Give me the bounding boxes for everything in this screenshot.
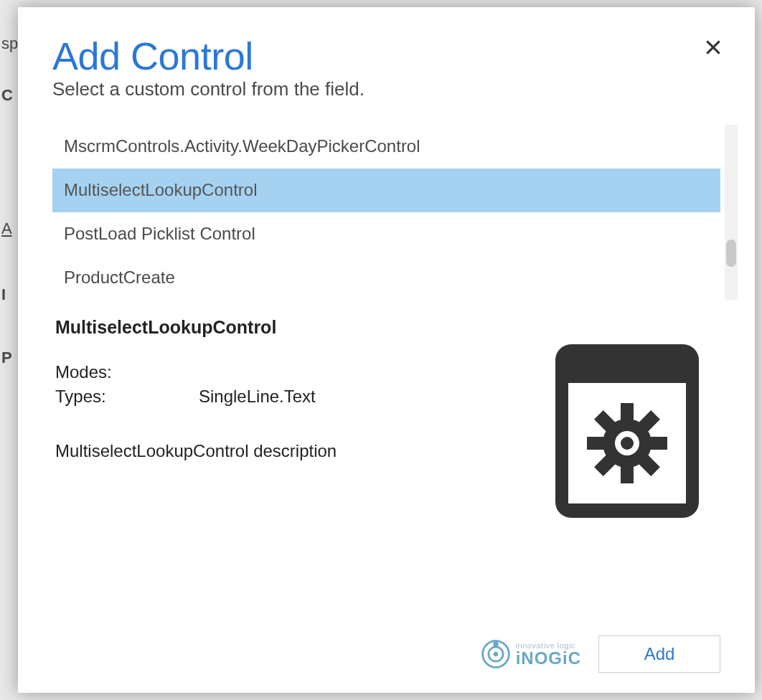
brand-name: iNOGiC	[516, 650, 581, 667]
add-button[interactable]: Add	[598, 635, 720, 673]
bg-fragment: A	[1, 219, 12, 238]
svg-point-17	[493, 642, 498, 647]
selected-control-name: MultiselectLookupControl	[55, 317, 505, 338]
brand-logo-icon	[480, 638, 512, 670]
add-control-dialog: Add Control Select a custom control from…	[18, 7, 755, 693]
bg-fragment: I	[1, 285, 6, 304]
svg-rect-6	[621, 466, 634, 483]
bg-fragment: C	[1, 86, 13, 105]
dialog-title: Add Control	[52, 36, 720, 77]
close-icon	[704, 38, 723, 57]
bg-fragment: sp	[1, 34, 18, 53]
svg-point-18	[493, 652, 497, 656]
control-description: MultiselectLookupControl description	[55, 441, 505, 461]
list-item[interactable]: ProductCreate	[52, 256, 720, 300]
svg-rect-8	[650, 437, 667, 450]
dialog-header: Add Control Select a custom control from…	[52, 36, 720, 100]
scrollbar-track[interactable]	[725, 125, 738, 300]
types-row: Types: SingleLine.Text	[55, 387, 505, 407]
control-details: MultiselectLookupControl Modes: Types: S…	[52, 317, 720, 521]
svg-rect-5	[621, 403, 634, 420]
svg-point-14	[621, 437, 634, 450]
details-text: MultiselectLookupControl Modes: Types: S…	[52, 317, 505, 521]
control-list[interactable]: MscrmControls.Activity.WeekDayPickerCont…	[52, 125, 720, 300]
bg-fragment: P	[1, 349, 12, 367]
dialog-subtitle: Select a custom control from the field.	[52, 78, 720, 100]
control-list-wrap: MscrmControls.Activity.WeekDayPickerCont…	[52, 125, 720, 300]
brand-watermark: innovative logic iNOGiC	[480, 638, 581, 670]
details-icon-wrap	[534, 317, 720, 521]
list-item[interactable]: MscrmControls.Activity.WeekDayPickerCont…	[52, 125, 720, 169]
list-item[interactable]: MultiselectLookupControl	[52, 169, 720, 212]
modes-row: Modes:	[55, 362, 505, 382]
svg-rect-7	[587, 437, 604, 450]
control-preview-icon	[548, 341, 706, 521]
modes-label: Modes:	[55, 362, 199, 382]
close-button[interactable]	[697, 32, 729, 63]
dialog-footer: innovative logic iNOGiC Add	[52, 635, 720, 673]
scrollbar-thumb[interactable]	[726, 240, 736, 267]
list-item[interactable]: PostLoad Picklist Control	[52, 212, 720, 256]
types-label: Types:	[55, 387, 199, 407]
types-value: SingleLine.Text	[199, 387, 316, 407]
